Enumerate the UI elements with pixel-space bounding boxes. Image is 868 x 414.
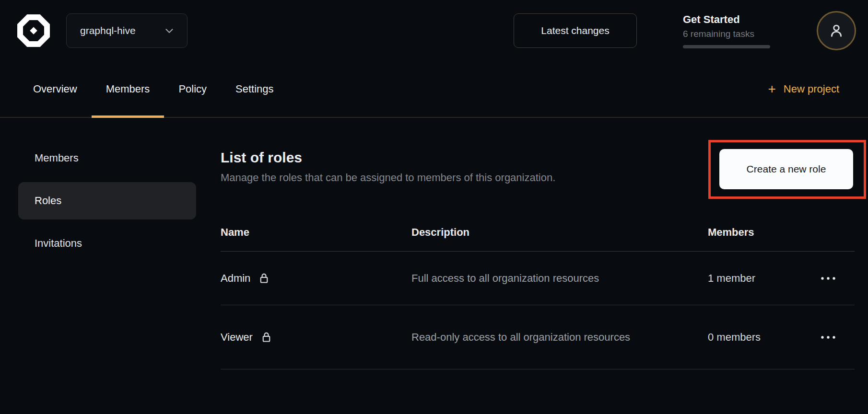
role-description: Read-only access to all organization res… bbox=[411, 330, 646, 345]
row-actions-menu-button[interactable] bbox=[815, 271, 841, 286]
ellipsis-icon bbox=[820, 276, 836, 281]
role-description: Full access to all organization resource… bbox=[411, 271, 646, 286]
heading-text-block: List of roles Manage the roles that can … bbox=[221, 140, 555, 184]
role-description-cell: Full access to all organization resource… bbox=[411, 271, 708, 286]
annotation-highlight-box: Create a new role bbox=[708, 140, 866, 199]
page-subtitle: Manage the roles that can be assigned to… bbox=[221, 172, 555, 184]
roles-panel: List of roles Manage the roles that can … bbox=[221, 118, 868, 414]
plus-icon: + bbox=[768, 82, 775, 96]
create-new-role-button[interactable]: Create a new role bbox=[719, 149, 853, 189]
tab-bar: Overview Members Policy Settings + New p… bbox=[0, 61, 868, 118]
new-project-button[interactable]: + New project bbox=[768, 82, 839, 96]
role-members-cell: 1 member bbox=[708, 272, 794, 285]
ellipsis-icon bbox=[820, 335, 836, 340]
sidebar-item-roles[interactable]: Roles bbox=[18, 182, 196, 219]
user-avatar-icon bbox=[828, 22, 845, 39]
column-header-name: Name bbox=[221, 226, 411, 239]
column-header-members: Members bbox=[708, 226, 794, 239]
role-member-count: 1 member bbox=[708, 272, 755, 284]
page-title: List of roles bbox=[221, 150, 555, 166]
content-area: Members Roles Invitations List of roles … bbox=[0, 118, 868, 414]
latest-changes-button[interactable]: Latest changes bbox=[514, 13, 637, 48]
table-header-row: Name Description Members bbox=[221, 213, 855, 252]
chevron-down-icon bbox=[163, 24, 176, 37]
members-sidebar: Members Roles Invitations bbox=[18, 118, 196, 414]
role-name-cell: Admin bbox=[221, 272, 411, 285]
role-member-count: 0 members bbox=[708, 331, 761, 343]
tab-settings[interactable]: Settings bbox=[221, 61, 288, 117]
role-name-label: Viewer bbox=[221, 331, 253, 344]
column-header-description: Description bbox=[411, 226, 708, 239]
get-started-progress-bar bbox=[683, 45, 770, 48]
get-started-title: Get Started bbox=[683, 13, 770, 26]
row-actions-menu-button[interactable] bbox=[815, 330, 841, 345]
tab-members[interactable]: Members bbox=[92, 61, 164, 117]
table-row-admin: Admin Full access to all organization re… bbox=[221, 252, 855, 305]
lock-icon bbox=[260, 331, 273, 344]
role-members-cell: 0 members bbox=[708, 331, 794, 344]
sidebar-item-invitations[interactable]: Invitations bbox=[18, 225, 196, 262]
lock-icon bbox=[258, 272, 270, 285]
hive-logo-icon bbox=[17, 14, 50, 47]
heading-row: List of roles Manage the roles that can … bbox=[221, 140, 855, 199]
role-name-label: Admin bbox=[221, 272, 250, 285]
get-started-remaining-tasks: 6 remaining tasks bbox=[683, 29, 770, 39]
table-row-viewer: Viewer Read-only access to all organizat… bbox=[221, 305, 855, 369]
organization-name: graphql-hive bbox=[80, 25, 136, 36]
tab-overview[interactable]: Overview bbox=[19, 61, 92, 117]
top-bar: graphql-hive Latest changes Get Started … bbox=[0, 0, 868, 61]
tab-policy[interactable]: Policy bbox=[164, 61, 221, 117]
sidebar-item-members[interactable]: Members bbox=[18, 139, 196, 177]
roles-table: Name Description Members Admin bbox=[221, 213, 855, 369]
role-description-cell: Read-only access to all organization res… bbox=[411, 330, 708, 345]
organization-selector[interactable]: graphql-hive bbox=[66, 13, 188, 48]
new-project-label: New project bbox=[784, 83, 839, 95]
user-avatar[interactable] bbox=[817, 11, 856, 50]
role-name-cell: Viewer bbox=[221, 331, 411, 344]
get-started-widget[interactable]: Get Started 6 remaining tasks bbox=[683, 13, 770, 48]
